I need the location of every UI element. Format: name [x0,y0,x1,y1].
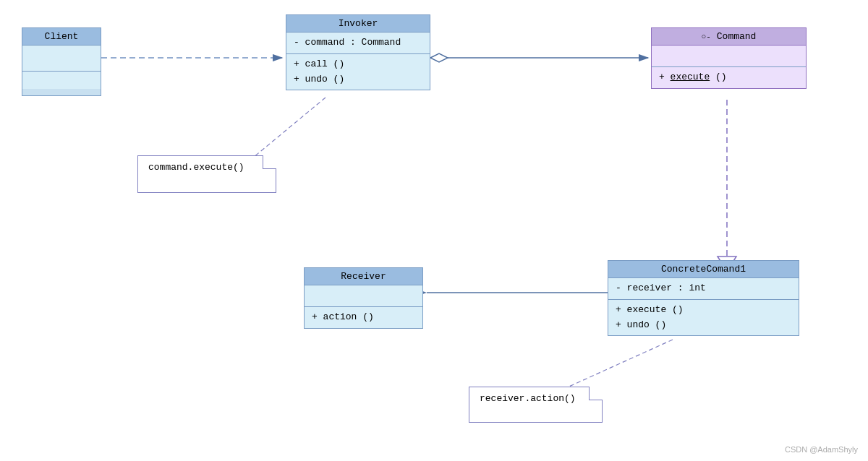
invoker-note-text: command.execute() [148,162,244,173]
invoker-body: - command : Command [286,33,430,53]
command-class: ○-Command + execute () [651,27,807,89]
command-methods: + execute () [652,66,806,88]
client-body1 [22,46,101,71]
invoker-methods: + call () + undo () [286,53,430,90]
receiver-note-text: receiver.action() [480,393,576,404]
svg-marker-5 [430,53,448,62]
command-header: ○-Command [652,28,806,46]
watermark: CSDN @AdamShyly [785,445,858,454]
invoker-class: Invoker - command : Command + call () + … [286,14,430,90]
concrete-command-class: ConcreteComand1 - receiver : int + execu… [608,260,799,336]
svg-line-11 [564,340,673,389]
invoker-header: Invoker [286,15,430,33]
client-header: Client [22,28,101,46]
command-body [652,46,806,66]
diagram-container: Client Invoker - command : Command + cal… [0,0,868,461]
receiver-methods: + action () [305,306,422,328]
receiver-note: receiver.action() [469,387,603,423]
receiver-class: Receiver + action () [304,267,423,329]
invoker-note: command.execute() [137,155,276,193]
client-body2 [22,71,101,89]
receiver-header: Receiver [305,268,422,285]
concrete-command-header: ConcreteComand1 [608,261,799,278]
svg-line-9 [253,98,326,158]
receiver-body1 [305,285,422,306]
concrete-command-attrs: - receiver : int [608,278,799,299]
client-class: Client [22,27,101,96]
concrete-command-methods: + execute () + undo () [608,299,799,336]
